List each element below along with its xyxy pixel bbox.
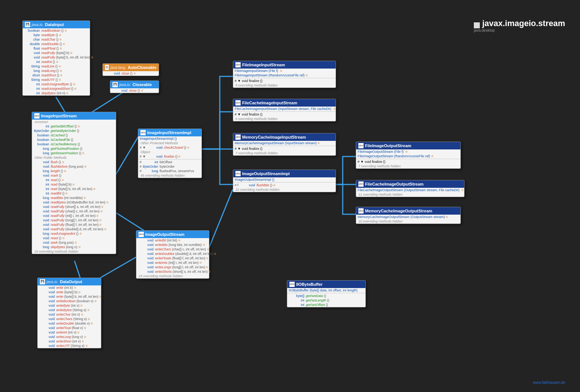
ctor-row: FileImageInputStream (File f) ❊ — [233, 69, 336, 73]
stm-icon: stm — [235, 135, 241, 140]
ctor-row: MemoryCacheImageOutputStream (OutputStre… — [356, 215, 460, 219]
method-row: voidreadFully (int[] i, int off, int len… — [32, 214, 116, 218]
method-row: voidwriteBit (int bit)❊ — [136, 238, 209, 243]
method-row: voidwriteDoubles (double[] d, int off, i… — [136, 252, 209, 256]
class-MemoryCacheImageInputStream[interactable]: stmMemoryCacheImageInputStream MemoryCac… — [233, 133, 336, 156]
method-row: voidwriteInts (int[] i, int off, int len… — [136, 260, 209, 265]
class-FileCacheImageInputStream[interactable]: stmFileCacheImageInputStream FileCacheIm… — [233, 99, 336, 121]
method-row: bytereadByte ()❊ — [23, 33, 90, 37]
method-row: voidwriteInt (int v)❊ — [38, 330, 101, 335]
method-row: shortreadShort ()❊ — [23, 73, 90, 78]
method-row: voidflush ()❊ — [32, 160, 116, 164]
method-row: voidmark () — [32, 173, 116, 178]
class-MemoryCacheImageOutputStream[interactable]: stmMemoryCacheImageOutputStream MemoryCa… — [356, 207, 461, 224]
method-row: voidwriteBits (long bits, int numBits)❊ — [136, 243, 209, 247]
method-row: longgetStreamPosition ()❊ — [32, 151, 116, 155]
class-ImageInputStreamImpl[interactable]: stmImageInputStreamImpl ImageInputStream… — [138, 129, 202, 178]
method-row: voidwrite (int b)❊ — [38, 285, 101, 290]
field-row: # ByteOrderbyteOrder — [138, 164, 202, 169]
diagram-title: javax.imageio.stream java.desktop — [474, 19, 565, 32]
class-DataOutput[interactable]: 💾java.io.DataOutput voidwrite (int b)❊vo… — [37, 278, 101, 348]
ctor-row: MemoryCacheImageInputStream (InputStream… — [233, 141, 336, 145]
class-AutoCloseable[interactable]: ☕java.lang.AutoCloseable voidclose ()❊ — [102, 63, 159, 76]
method-row: intreadUnsignedShort ()❊ — [23, 86, 90, 91]
field-row: # longflushedPos, streamPos — [138, 169, 202, 173]
method-row: voidwrite (byte[] b, int off, int len)❊ — [38, 294, 101, 299]
method-row: voidclose ()❊ — [103, 71, 159, 76]
method-row: longreadLong ()❊ — [23, 69, 90, 73]
method-row: voidwriteChars (char[] c, int off, int l… — [136, 247, 209, 252]
stm-icon: stm — [140, 130, 146, 135]
class-FileImageOutputStream[interactable]: stmFileImageOutputStream FileImageOutput… — [356, 142, 461, 169]
method-row: voidwriteChars (String s)❊ — [38, 317, 101, 321]
footer-link[interactable]: www.falkhausen.de — [533, 380, 565, 385]
svg-line-2 — [75, 261, 80, 278]
method-row: longreadUnsignedInt ()❊ — [32, 231, 116, 236]
method-row: voidflushBefore (long pos)❊ — [32, 164, 116, 169]
ctor-row: FileImageOutputStream (File f) ❊ — [356, 149, 460, 154]
method-row: longreadBits (int numBits)❊ — [32, 196, 116, 200]
method-row: longgetFlushedPosition () — [32, 146, 116, 151]
method-row: intskipBytes (int n)❊ — [23, 91, 90, 95]
method-row: intget/setBitOffset ()❊ — [32, 124, 116, 129]
method-row: voidwriteShorts (short[] s, int off, int… — [136, 269, 209, 274]
method-row: voidwriteShort (int v)❊ — [38, 339, 101, 344]
class-ImageOutputStream[interactable]: stmImageOutputStream voidwriteBit (int b… — [136, 230, 209, 279]
class-IIOByteBuffer[interactable]: stmIIOByteBuffer IIOByteBuffer (byte[] d… — [287, 280, 366, 307]
method-row: longskipBytes (long n)❊ — [32, 245, 116, 249]
method-row: booleanreadBoolean ()❊ — [23, 28, 90, 33]
stm-icon: stm — [358, 181, 364, 187]
cup-icon: ☕ — [105, 65, 109, 70]
method-row: # ▼ voidfinalize ()❊ — [138, 154, 202, 159]
method-row: voidwriteFloat (float v)❊ — [38, 326, 101, 330]
method-row: voidclose ()❊ — [110, 88, 159, 93]
field-row: # intbitOffset — [138, 160, 202, 164]
method-row: voidwriteUTF (String s)❊ — [38, 344, 101, 348]
method-row: voidwrite (byte[] b)❊ — [38, 290, 101, 294]
method-row: ByteOrderget/setByteOrder () — [32, 129, 116, 133]
class-ImageInputStream[interactable]: stmImageInputStream Accessor intget/setB… — [32, 112, 116, 254]
stm-icon: stm — [235, 62, 241, 67]
method-row: intread ()❊ — [32, 178, 116, 182]
stm-icon: stm — [358, 143, 364, 148]
method-row: voidreset ()❊ — [32, 236, 116, 240]
method-row: booleanisCachedFile () — [32, 137, 116, 142]
method-row: intread (byte[] b)❊ — [32, 182, 116, 187]
class-ImageOutputStreamImpl[interactable]: stmImageOutputStreamImpl ImageOutputStre… — [233, 170, 336, 192]
stm-icon: stm — [34, 113, 39, 118]
method-row: byte[]get/setData () — [287, 294, 365, 298]
method-row: intread (byte[] b, int off, int len)❊ — [32, 187, 116, 191]
ctor-row: FileImageOutputStream (RandomAccessFile … — [356, 154, 460, 158]
method-row: StringreadLine ()❊ — [23, 64, 90, 69]
method-row: floatreadFloat ()❊ — [23, 46, 90, 51]
method-row: voidreadFully (double[] d, int off, int … — [32, 227, 116, 231]
method-row: intreadUnsignedByte ()❊ — [23, 82, 90, 86]
method-row: voidreadFully (byte[] b, int off, int le… — [23, 55, 90, 60]
title-text: javax.imageio.stream — [482, 19, 565, 28]
ctor-row: FileCacheImageInputStream (InputStream s… — [233, 107, 336, 111]
method-row: intget/setOffset () — [287, 303, 365, 307]
class-FileCacheImageOutputStream[interactable]: stmFileCacheImageOutputStream FileCacheI… — [356, 180, 465, 197]
method-row: longlength ()❊ — [32, 169, 116, 173]
ctor-row: FileImageInputStream (RandomAccessFile r… — [233, 73, 336, 78]
class-DataInput[interactable]: 💾java.io.DataInput booleanreadBoolean ()… — [22, 20, 90, 96]
method-row: voidwriteBytes (String s)❊ — [38, 308, 101, 312]
method-row: voidreadFully (byte[] b)❊ — [23, 51, 90, 55]
method-row: voidwriteDouble (double v)❊ — [38, 321, 101, 326]
package-icon — [474, 22, 480, 28]
subtitle-text: java.desktop — [474, 28, 565, 32]
method-row: intget/setLength () — [287, 298, 365, 303]
method-row: voidreadBytes (IIOByteBuffer buf, int le… — [32, 200, 116, 205]
svg-line-0 — [56, 97, 65, 113]
method-row: voidwriteLongs (long[] l, int off, int l… — [136, 265, 209, 269]
method-row: # ▼ voidcheckClosed ()❊ — [138, 145, 202, 150]
stm-icon: stm — [358, 208, 364, 214]
class-Closeable[interactable]: 💾java.io.Closeable voidclose ()❊ — [110, 80, 159, 93]
method-row: voidwriteFloats (float[] f, int off, int… — [136, 256, 209, 260]
disk-icon: 💾 — [25, 22, 30, 27]
svg-line-1 — [91, 91, 125, 113]
method-row: voidreadFully (float[] f, int off, int l… — [32, 222, 116, 227]
method-row: StringreadUTF ()❊ — [23, 78, 90, 82]
stm-icon: stm — [139, 232, 144, 237]
class-FileImageInputStream[interactable]: stmFileImageInputStream FileImageInputSt… — [233, 61, 336, 88]
